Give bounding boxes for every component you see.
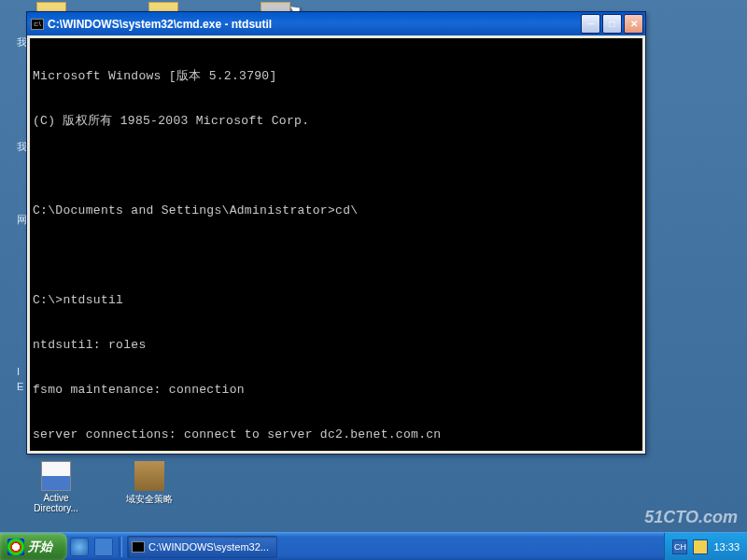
window-controls: ─ □ ✕ [581,14,643,34]
domain-security-policy-icon[interactable]: 域安全策略 [117,461,182,513]
terminal-line: C:\Documents and Settings\Administrator>… [33,203,640,218]
system-tray: CH 13:33 [664,533,747,561]
start-button[interactable]: 开始 [0,533,67,561]
terminal-line: ntdsutil: roles [33,338,640,353]
desktop-icons-bottom: Active Directory... 域安全策略 [23,461,182,513]
taskbar-item-cmd[interactable]: C:\WINDOWS\system32... [127,536,277,558]
terminal-output[interactable]: Microsoft Windows [版本 5.2.3790] (C) 版权所有… [30,38,642,451]
terminal-line: fsmo maintenance: connection [33,383,640,398]
policy-icon [134,461,164,491]
terminal-line: C:\>ntdsutil [33,293,640,308]
minimize-button[interactable]: ─ [581,14,600,34]
desktop: 我 我 网 I E .... c:\ C:\WINDOWS\system32\c… [0,0,747,560]
language-indicator[interactable]: CH [672,539,687,554]
ad-icon [41,461,71,491]
quicklaunch-ie-icon[interactable] [70,538,89,556]
terminal-line [33,248,640,263]
terminal-line: Microsoft Windows [版本 5.2.3790] [33,69,640,84]
terminal-line [33,159,640,174]
taskbar-separator [119,537,122,557]
cmd-icon [132,541,145,553]
watermark: 51CTO.com [644,508,738,527]
window-title: C:\WINDOWS\system32\cmd.exe - ntdsutil [48,18,581,31]
active-directory-icon[interactable]: Active Directory... [23,461,89,513]
cmd-window: c:\ C:\WINDOWS\system32\cmd.exe - ntdsut… [26,11,646,455]
quicklaunch-desktop-icon[interactable] [94,538,113,556]
titlebar[interactable]: c:\ C:\WINDOWS\system32\cmd.exe - ntdsut… [27,12,645,35]
terminal-line: server connections: connect to server dc… [33,427,640,442]
tray-icon[interactable] [693,539,708,554]
start-label: 开始 [28,539,52,555]
close-button[interactable]: ✕ [624,14,643,34]
icon-label: 域安全策略 [126,493,173,506]
clock[interactable]: 13:33 [713,541,740,553]
maximize-button[interactable]: □ [602,14,622,34]
terminal-line: (C) 版权所有 1985-2003 Microsoft Corp. [33,114,640,129]
task-label: C:\WINDOWS\system32... [148,541,269,553]
windows-flag-icon [7,539,24,555]
icon-label: Active Directory... [34,493,78,513]
cmd-icon: c:\ [31,19,44,30]
desktop-label-partial: E [17,381,23,392]
taskbar: 开始 C:\WINDOWS\system32... CH 13:33 [0,532,747,560]
desktop-label-partial: I [17,366,20,377]
